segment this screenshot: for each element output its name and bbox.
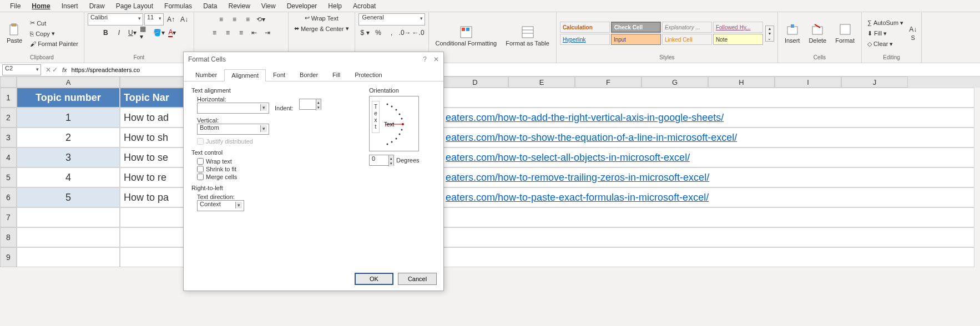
menu-data[interactable]: Data (198, 1, 223, 11)
style-calculation[interactable]: Calculation (560, 22, 610, 33)
col-header-J[interactable]: J (841, 77, 908, 88)
wrap-text-checkbox[interactable] (197, 158, 204, 165)
shrink-to-fit-checkbox[interactable] (197, 166, 204, 172)
increase-font-button[interactable]: A↑ (165, 13, 177, 26)
cell-A9[interactable] (17, 247, 120, 267)
border-button[interactable]: ▦ ▾ (139, 27, 151, 39)
menu-file[interactable]: File (4, 1, 26, 11)
enter-formula-icon[interactable]: ✓ (52, 66, 58, 74)
ok-button[interactable]: OK (355, 273, 393, 285)
row-header-2[interactable]: 2 (0, 108, 17, 128)
row-header-6[interactable]: 6 (0, 187, 17, 207)
align-left-button[interactable]: ≡ (208, 27, 220, 39)
col-header-F[interactable]: F (575, 77, 641, 88)
copy-button[interactable]: ⎘Copy ▾ (28, 29, 80, 38)
cell-C3[interactable]: eaters.com/how-to-show-the-equation-of-a… (442, 128, 974, 147)
decrease-font-button[interactable]: A↓ (178, 13, 190, 26)
degrees-spinner[interactable]: 0 (369, 155, 394, 166)
row-header-4[interactable]: 4 (0, 147, 17, 167)
style-check-cell[interactable]: Check Cell (611, 22, 661, 33)
row-header-5[interactable]: 5 (0, 167, 17, 187)
style-note[interactable]: Note (713, 34, 763, 45)
increase-decimal-button[interactable]: .0→ (399, 27, 411, 39)
menu-insert[interactable]: Insert (56, 1, 84, 11)
dialog-close-icon[interactable]: ✕ (433, 55, 439, 63)
insert-cells-button[interactable]: Insert (781, 21, 804, 46)
horizontal-combo[interactable] (197, 103, 269, 114)
row-header-3[interactable]: 3 (0, 128, 17, 147)
row-header-1[interactable]: 1 (0, 88, 17, 108)
style-linked-cell[interactable]: Linked Cell (662, 34, 712, 45)
col-header-H[interactable]: H (708, 77, 775, 88)
cell-C1-overflow[interactable] (442, 88, 974, 108)
text-direction-combo[interactable]: Context (197, 200, 244, 211)
orientation-button[interactable]: ⟲▾ (255, 13, 267, 26)
col-header-I[interactable]: I (775, 77, 841, 88)
cancel-button[interactable]: Cancel (398, 273, 437, 285)
cell-A2[interactable]: 1 (17, 108, 120, 128)
comma-button[interactable]: , (386, 27, 398, 39)
row-header-8[interactable]: 8 (0, 227, 17, 247)
cell-C2[interactable]: eaters.com/how-to-add-the-right-vertical… (442, 108, 974, 128)
style-explanatory[interactable]: Explanatory ... (662, 22, 712, 33)
align-center-button[interactable]: ≡ (221, 27, 234, 39)
currency-button[interactable]: $ ▾ (359, 27, 371, 39)
cell-A5[interactable]: 4 (17, 167, 120, 187)
wrap-text-button[interactable]: ↩Wrap Text (302, 13, 341, 23)
font-size-select[interactable]: 11 (144, 13, 164, 26)
cell-C4[interactable]: eaters.com/how-to-select-all-objects-in-… (442, 147, 974, 167)
merge-center-button[interactable]: ⬌Merge & Center ▾ (292, 24, 351, 33)
align-middle-button[interactable]: ≡ (228, 13, 240, 26)
italic-button[interactable]: I (113, 27, 125, 39)
row-header-9[interactable]: 9 (0, 247, 17, 267)
align-right-button[interactable]: ≡ (235, 27, 247, 39)
select-all-corner[interactable] (0, 77, 17, 88)
fill-button[interactable]: ⬇ Fill ▾ (865, 29, 906, 38)
style-input[interactable]: Input (611, 34, 661, 45)
name-box[interactable]: C2 (2, 64, 41, 75)
cell-A8[interactable] (17, 227, 120, 247)
font-name-select[interactable]: Calibri (88, 13, 143, 26)
cell-A3[interactable]: 2 (17, 128, 120, 147)
cell-C5[interactable]: eaters.com/how-to-remove-trailing-zeros-… (442, 167, 974, 187)
orientation-dial[interactable]: Text (384, 101, 416, 146)
tab-alignment[interactable]: Alignment (224, 69, 266, 81)
increase-indent-button[interactable]: ⇥ (261, 27, 274, 39)
menu-home[interactable]: Home (26, 1, 55, 11)
col-header-D[interactable]: D (442, 77, 508, 88)
cell-A4[interactable]: 3 (17, 147, 120, 167)
orientation-vertical-text[interactable]: Text (372, 101, 380, 133)
underline-button[interactable]: U ▾ (126, 27, 138, 39)
col-header-A[interactable]: A (17, 77, 120, 88)
menu-draw[interactable]: Draw (84, 1, 110, 11)
bold-button[interactable]: B (99, 27, 112, 39)
cell-C6[interactable]: eaters.com/how-to-paste-exact-formulas-i… (442, 187, 974, 207)
menu-formulas[interactable]: Formulas (159, 1, 198, 11)
clear-button[interactable]: ◇ Clear ▾ (865, 39, 906, 49)
col-header-E[interactable]: E (508, 77, 575, 88)
col-header-G[interactable]: G (641, 77, 708, 88)
font-color-button[interactable]: A▾ (166, 27, 178, 39)
menu-acrobat[interactable]: Acrobat (347, 1, 381, 11)
fill-color-button[interactable]: 🪣▾ (153, 27, 165, 39)
cell-A7[interactable] (17, 207, 120, 227)
tab-protection[interactable]: Protection (347, 69, 390, 81)
dialog-help-icon[interactable]: ? (423, 55, 427, 63)
menu-review[interactable]: Review (223, 1, 255, 11)
indent-spinner[interactable] (299, 99, 321, 110)
delete-cells-button[interactable]: Delete (805, 21, 830, 46)
align-bottom-button[interactable]: ≡ (241, 13, 254, 26)
paste-button[interactable]: Paste (3, 21, 26, 46)
number-format-select[interactable]: General (358, 13, 425, 26)
decrease-decimal-button[interactable]: ←.0 (412, 27, 425, 39)
row-header-7[interactable]: 7 (0, 207, 17, 227)
cancel-formula-icon[interactable]: ✕ (46, 66, 51, 74)
cell-A1[interactable]: Topic number (17, 88, 120, 108)
cell-A6[interactable]: 5 (17, 187, 120, 207)
orientation-control[interactable]: Text Text (369, 96, 419, 151)
menu-help[interactable]: Help (322, 1, 347, 11)
style-hyperlink[interactable]: Hyperlink (560, 34, 610, 45)
menu-view[interactable]: View (256, 1, 281, 11)
tab-border[interactable]: Border (292, 69, 325, 81)
style-followed-hyperlink[interactable]: Followed Hy... (713, 22, 763, 33)
